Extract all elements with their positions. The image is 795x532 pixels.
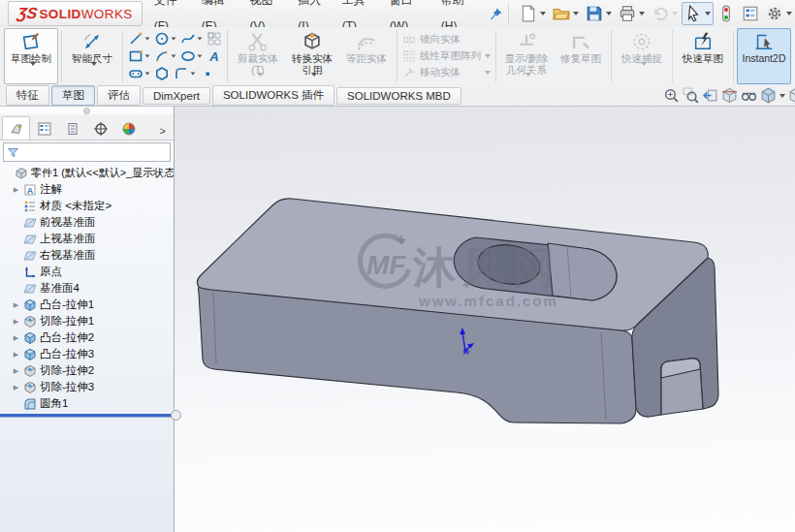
ribbon-tool-sketch-pattern[interactable] <box>205 30 224 47</box>
panel-grip[interactable] <box>0 107 174 114</box>
model-canvas[interactable]: MF 沐风网 www.mfcad.com <box>175 107 795 532</box>
dropdown-caret-icon[interactable] <box>705 12 711 16</box>
solidworks-logo[interactable]: ƷS SOLIDWORKS <box>8 1 143 26</box>
performance-button[interactable] <box>715 2 738 25</box>
ribbon-button-repair[interactable]: 修复草图 <box>554 28 608 84</box>
expand-arrow-icon[interactable]: ▶ <box>12 318 20 326</box>
ribbon-button-quick-snap[interactable]: 快速捕捉 <box>615 28 669 84</box>
ribbon-button-smart-dimension[interactable]: 智能尺寸 <box>65 28 119 84</box>
panel-tab-configuration-manager[interactable] <box>58 116 86 140</box>
tab-dimxpert[interactable]: DimXpert <box>143 87 210 105</box>
tree-item-material[interactable]: 材质 <未指定> <box>0 198 174 214</box>
pin-toolbar-button[interactable] <box>484 3 509 24</box>
dropdown-caret-icon[interactable] <box>145 37 150 40</box>
hide-show-items-button[interactable] <box>741 87 757 104</box>
panel-splitter-handle[interactable] <box>171 410 181 421</box>
dropdown-caret-icon[interactable] <box>573 12 579 16</box>
panel-tab-feature-manager[interactable] <box>2 116 30 140</box>
section-view-button[interactable] <box>721 87 738 104</box>
tree-item-cut-extrude2[interactable]: ▶切除-拉伸2 <box>0 362 174 379</box>
tree-item-boss-extrude2[interactable]: ▶凸台-拉伸2 <box>0 329 174 346</box>
new-document-button[interactable] <box>517 2 549 25</box>
ribbon-button-convert-entities[interactable]: 转换实体引用 <box>285 28 339 84</box>
tree-item-plane4[interactable]: 基准面4 <box>0 280 174 297</box>
tree-item-fillet1[interactable]: 圆角1 <box>0 395 174 412</box>
tree-item-front-plane[interactable]: 前视基准面 <box>0 214 174 231</box>
expand-arrow-icon[interactable]: ▶ <box>12 367 20 375</box>
ribbon-button-instant2d[interactable]: Instant2D <box>737 28 791 84</box>
ribbon-tool-circle[interactable] <box>152 30 178 47</box>
dropdown-caret-icon[interactable] <box>145 54 150 57</box>
panel-tab-dimxpert-manager[interactable] <box>86 116 114 140</box>
tree-item-origin[interactable]: 原点 <box>0 264 174 280</box>
dropdown-caret-icon[interactable] <box>172 54 176 57</box>
dropdown-caret-icon[interactable] <box>198 37 203 40</box>
ribbon-tool-ellipse[interactable] <box>178 47 205 65</box>
tree-item-top-plane[interactable]: 上视基准面 <box>0 231 174 247</box>
save-button[interactable] <box>583 2 615 25</box>
undo-button[interactable] <box>649 2 681 25</box>
ribbon-button-move[interactable]: 移动实体 <box>402 65 491 80</box>
ribbon-button-relations[interactable]: 显示/删除几何关系 <box>499 28 554 84</box>
open-button[interactable] <box>550 2 582 25</box>
dropdown-caret-icon[interactable] <box>641 62 647 82</box>
panel-tabs-expand-icon[interactable]: > <box>160 125 174 140</box>
panel-tab-property-manager[interactable] <box>30 116 58 140</box>
graphics-viewport[interactable]: MF 沐风网 www.mfcad.com <box>175 107 795 532</box>
expand-arrow-icon[interactable]: ▶ <box>12 301 20 309</box>
dropdown-caret-icon[interactable] <box>485 71 491 75</box>
expand-arrow-icon[interactable]: ▶ <box>12 186 20 194</box>
dropdown-caret-icon[interactable] <box>639 12 645 16</box>
tab-solidworks-mbd[interactable]: SOLIDWORKS MBD <box>336 87 461 105</box>
expand-arrow-icon[interactable]: ▶ <box>12 334 20 342</box>
view-settings-button[interactable] <box>788 87 795 104</box>
dropdown-caret-icon[interactable] <box>672 12 678 16</box>
ribbon-tool-spline[interactable] <box>178 30 205 47</box>
ribbon-button-rapid-sketch[interactable]: 快速草图 <box>676 28 730 84</box>
print-button[interactable] <box>616 2 648 25</box>
ribbon-tool-text[interactable]: A <box>205 47 224 65</box>
ribbon-tool-arc[interactable] <box>152 47 178 65</box>
tab-evaluate[interactable]: 评估 <box>97 85 141 106</box>
ribbon-button-mirror[interactable]: 镜向实体 <box>402 32 491 47</box>
ribbon-button-offset[interactable]: 等距实体 <box>339 28 394 84</box>
ribbon-tool-rectangle[interactable] <box>126 47 152 65</box>
dropdown-caret-icon[interactable] <box>485 54 491 58</box>
settings-gear-button[interactable] <box>763 2 795 25</box>
dropdown-caret-icon[interactable] <box>91 62 97 82</box>
ribbon-tool-polygon[interactable] <box>152 65 172 82</box>
display-style-button[interactable] <box>760 87 785 104</box>
zoom-fit-button[interactable] <box>663 87 680 104</box>
previous-view-button[interactable] <box>702 87 718 104</box>
select-cursor-button[interactable] <box>682 2 714 25</box>
dropdown-caret-icon[interactable] <box>30 62 36 82</box>
tab-solidworks-add-ins[interactable]: SOLIDWORKS 插件 <box>212 85 334 106</box>
ribbon-button-trim[interactable]: 剪裁实体(T) <box>231 28 285 84</box>
ribbon-tool-line[interactable] <box>126 30 152 47</box>
dropdown-caret-icon[interactable] <box>145 72 150 75</box>
tree-item-right-plane[interactable]: 右视基准面 <box>0 247 174 264</box>
expand-arrow-icon[interactable]: ▶ <box>12 384 20 391</box>
tab-sketch[interactable]: 草图 <box>51 85 95 106</box>
tree-root-part[interactable]: 零件1 (默认<<默认>_显示状态 1>) <box>0 165 174 181</box>
expand-arrow-icon[interactable]: ▶ <box>12 351 20 359</box>
options-list-button[interactable] <box>739 2 762 25</box>
ribbon-tool-point[interactable] <box>198 65 217 82</box>
dropdown-caret-icon[interactable] <box>606 12 612 16</box>
ribbon-tool-sketch-fillet[interactable] <box>172 65 198 82</box>
tree-item-annotations[interactable]: ▶A注解 <box>0 181 174 198</box>
rollback-bar[interactable] <box>0 414 174 417</box>
tree-item-boss-extrude3[interactable]: ▶凸台-拉伸3 <box>0 346 174 362</box>
ribbon-button-sketch[interactable]: 草图绘制 <box>4 28 58 84</box>
model-part[interactable] <box>197 199 718 423</box>
dropdown-caret-icon[interactable] <box>198 54 203 57</box>
dropdown-caret-icon[interactable] <box>779 94 785 98</box>
dropdown-caret-icon[interactable] <box>786 12 792 16</box>
ribbon-tool-slot[interactable] <box>126 65 152 82</box>
tree-item-boss-extrude1[interactable]: ▶凸台-拉伸1 <box>0 297 174 313</box>
panel-tab-display-manager[interactable] <box>114 116 143 140</box>
dropdown-caret-icon[interactable] <box>191 72 196 75</box>
tree-item-cut-extrude1[interactable]: ▶切除-拉伸1 <box>0 313 174 329</box>
tab-features[interactable]: 特征 <box>6 85 49 106</box>
ribbon-button-linear-pattern[interactable]: 线性草图阵列 <box>402 48 491 64</box>
